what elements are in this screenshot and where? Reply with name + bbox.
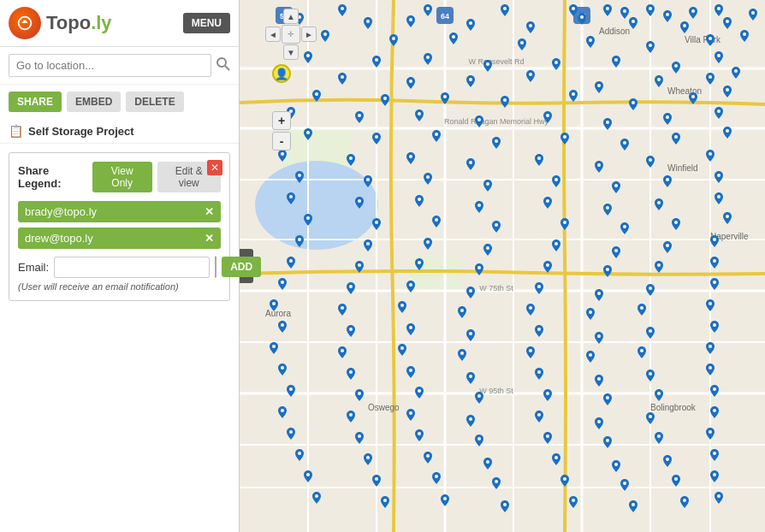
map-pin[interactable] bbox=[620, 222, 629, 234]
map-pin[interactable] bbox=[710, 406, 719, 418]
map-pin[interactable] bbox=[278, 406, 287, 418]
map-pin[interactable] bbox=[364, 453, 372, 465]
map-pin[interactable] bbox=[432, 130, 441, 142]
map-pin[interactable] bbox=[595, 161, 603, 173]
map-pin[interactable] bbox=[595, 375, 603, 387]
map-pin[interactable] bbox=[295, 171, 304, 183]
map-pin[interactable] bbox=[483, 180, 492, 192]
map-pin[interactable] bbox=[483, 458, 492, 470]
map-pin[interactable] bbox=[338, 4, 347, 16]
map-pin[interactable] bbox=[723, 17, 732, 29]
map-pin[interactable] bbox=[595, 417, 603, 429]
map-pin[interactable] bbox=[424, 238, 432, 250]
map-pin[interactable] bbox=[715, 192, 723, 204]
map-pin[interactable] bbox=[415, 387, 424, 399]
map-pin[interactable] bbox=[449, 33, 458, 44]
map-pin[interactable] bbox=[715, 51, 723, 63]
map-pin[interactable] bbox=[415, 258, 424, 270]
map-pin[interactable] bbox=[466, 75, 475, 87]
map-pin[interactable] bbox=[603, 4, 612, 16]
map-pin[interactable] bbox=[552, 58, 560, 70]
map-pin[interactable] bbox=[710, 470, 719, 482]
map-pin[interactable] bbox=[406, 152, 415, 164]
map-pin[interactable] bbox=[406, 15, 415, 27]
search-icon-button[interactable] bbox=[216, 57, 230, 74]
map-pin[interactable] bbox=[663, 175, 672, 187]
map-pin[interactable] bbox=[706, 34, 715, 46]
map-pin[interactable] bbox=[424, 53, 432, 65]
map-pin[interactable] bbox=[578, 13, 586, 25]
map-pin[interactable] bbox=[560, 218, 569, 230]
map-pin[interactable] bbox=[543, 261, 552, 273]
map-pin[interactable] bbox=[441, 494, 449, 506]
map-pin[interactable] bbox=[415, 429, 424, 441]
map-pin[interactable] bbox=[663, 241, 672, 253]
nav-down-button[interactable]: ▼ bbox=[283, 44, 299, 60]
map-pin[interactable] bbox=[475, 263, 483, 275]
search-input[interactable] bbox=[9, 54, 211, 77]
map-pin[interactable] bbox=[629, 98, 638, 110]
map-pin[interactable] bbox=[680, 496, 689, 508]
map-pin[interactable] bbox=[715, 492, 723, 504]
map-pin[interactable] bbox=[715, 171, 723, 183]
map-pin[interactable] bbox=[338, 304, 347, 316]
map-pin[interactable] bbox=[723, 127, 732, 139]
close-panel-button[interactable]: ✕ bbox=[207, 160, 222, 175]
map-pin[interactable] bbox=[312, 492, 321, 504]
map-pin[interactable] bbox=[706, 428, 715, 440]
map-pin[interactable] bbox=[612, 181, 620, 193]
map-pin[interactable] bbox=[278, 150, 287, 162]
map-pin[interactable] bbox=[492, 137, 501, 149]
email-input[interactable] bbox=[54, 257, 210, 278]
map-pin[interactable] bbox=[569, 4, 578, 16]
nav-left-button[interactable]: ◄ bbox=[265, 27, 281, 42]
map-pin[interactable] bbox=[304, 214, 312, 226]
map-pin[interactable] bbox=[415, 195, 424, 207]
map-pin[interactable] bbox=[715, 4, 723, 16]
map-pin[interactable] bbox=[646, 284, 655, 296]
map-pin[interactable] bbox=[295, 235, 304, 247]
map-pin[interactable] bbox=[347, 368, 355, 380]
map-pin[interactable] bbox=[475, 392, 483, 404]
map-pin[interactable] bbox=[543, 389, 552, 401]
street-view-icon[interactable]: 👤 bbox=[272, 64, 291, 83]
map-pin[interactable] bbox=[710, 257, 719, 269]
map-pin[interactable] bbox=[406, 366, 415, 378]
map-pin[interactable] bbox=[355, 111, 364, 123]
map-pin[interactable] bbox=[552, 175, 560, 187]
map-pin[interactable] bbox=[526, 304, 535, 316]
map-pin[interactable] bbox=[689, 92, 697, 104]
map-pin[interactable] bbox=[586, 351, 595, 363]
map-pin[interactable] bbox=[672, 218, 680, 230]
map-pin[interactable] bbox=[424, 4, 432, 16]
map-pin[interactable] bbox=[287, 257, 295, 269]
map-pin[interactable] bbox=[381, 94, 389, 106]
map-pin[interactable] bbox=[389, 34, 398, 46]
map-pin[interactable] bbox=[483, 244, 492, 256]
permission-select[interactable]: Edit & View View Only bbox=[216, 257, 216, 277]
map-pin[interactable] bbox=[278, 278, 287, 290]
map-pin[interactable] bbox=[501, 500, 509, 512]
map-pin[interactable] bbox=[706, 73, 715, 85]
map-pin[interactable] bbox=[312, 90, 321, 102]
map-pin[interactable] bbox=[406, 323, 415, 335]
map-pin[interactable] bbox=[270, 299, 278, 311]
map-pin[interactable] bbox=[569, 496, 578, 508]
map-pin[interactable] bbox=[466, 329, 475, 341]
map-pin[interactable] bbox=[278, 364, 287, 375]
map-pin[interactable] bbox=[620, 479, 629, 491]
map-pin[interactable] bbox=[629, 17, 638, 29]
map-pin[interactable] bbox=[321, 30, 329, 42]
map-pin[interactable] bbox=[715, 107, 723, 119]
map-pin[interactable] bbox=[355, 261, 364, 273]
map-pin[interactable] bbox=[595, 81, 603, 93]
map-pin[interactable] bbox=[646, 4, 655, 16]
map-pin[interactable] bbox=[475, 201, 483, 213]
map-pin[interactable] bbox=[278, 321, 287, 333]
map-area[interactable]: 59 64 64 W Roosevelt Rd Ronald Reagan Me… bbox=[240, 0, 765, 532]
map-pin[interactable] bbox=[466, 19, 475, 31]
map-pin[interactable] bbox=[406, 281, 415, 293]
map-pin[interactable] bbox=[381, 496, 389, 508]
map-pin[interactable] bbox=[710, 385, 719, 397]
map-pin[interactable] bbox=[638, 346, 646, 358]
